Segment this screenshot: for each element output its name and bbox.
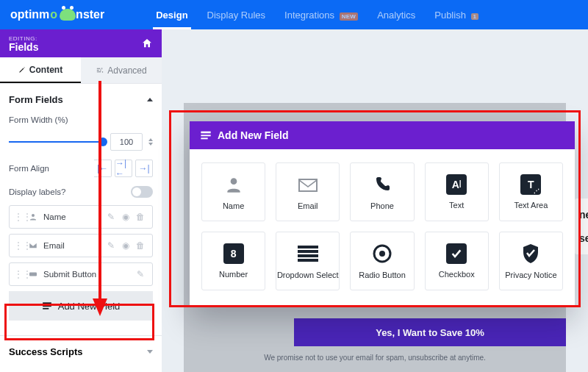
chevron-down-icon	[147, 350, 153, 354]
tile-label: Privacy Notice	[505, 271, 556, 279]
number-icon: 8	[223, 243, 244, 264]
canvas-area: Yes, I Want to Save 10% We promise not t…	[162, 29, 588, 372]
svg-point-0	[32, 214, 35, 217]
person-icon	[29, 212, 39, 221]
form-icon	[200, 130, 212, 140]
edit-icon[interactable]: ✎	[133, 269, 148, 279]
preview-promise-text: We promise not to use your email for spa…	[162, 354, 588, 362]
field-row-label: Email	[43, 241, 65, 250]
add-new-field-button[interactable]: Add New Field	[9, 291, 153, 321]
shield-icon	[520, 243, 542, 265]
nav-display-rules[interactable]: Display Rules	[207, 10, 265, 21]
svg-rect-7	[201, 137, 207, 139]
section-success-scripts[interactable]: Success Scripts	[0, 335, 162, 368]
svg-point-14	[379, 251, 385, 257]
tile-checkbox[interactable]: Checkbox	[425, 232, 489, 290]
add-new-field-label: Add New Field	[58, 301, 121, 312]
badge-new: NEW	[340, 12, 359, 21]
row-form-align: Form Align |← →|← →|	[9, 155, 153, 182]
tab-advanced[interactable]: Advanced	[81, 57, 162, 83]
svg-rect-1	[29, 273, 37, 276]
form-width-label: Form Width (%)	[9, 115, 68, 124]
edit-icon[interactable]: ✎	[104, 240, 118, 251]
tile-label: Text	[449, 201, 464, 210]
svg-rect-11	[298, 254, 318, 257]
width-slider[interactable]	[9, 141, 104, 143]
field-row-submit[interactable]: ⋮⋮ Submit Button ✎	[9, 262, 153, 286]
nav-analytics[interactable]: Analytics	[377, 10, 415, 21]
svg-rect-3	[43, 305, 51, 307]
success-scripts-label: Success Scripts	[9, 346, 82, 357]
nav-publish[interactable]: Publish 1	[434, 10, 478, 21]
phone-icon	[371, 174, 393, 196]
tile-name[interactable]: Name	[201, 162, 265, 221]
brand-logo[interactable]: optinmonster	[10, 8, 104, 21]
width-number-input[interactable]: 100	[110, 133, 143, 151]
tab-content[interactable]: Content	[0, 57, 81, 83]
tile-radio[interactable]: Radio Button	[350, 232, 414, 290]
tile-dropdown[interactable]: Dropdown Select	[276, 232, 340, 290]
svg-rect-9	[298, 246, 318, 248]
align-right-button[interactable]: →|	[135, 160, 153, 177]
field-list: ⋮⋮ Name ✎ ◉ 🗑 ⋮⋮ Email ✎ ◉ 🗑 ⋮⋮ Submi	[9, 205, 153, 286]
field-picker-popover: Add New Field Name Email Phone A|	[190, 121, 575, 307]
delete-icon[interactable]: 🗑	[133, 212, 148, 222]
nav-publish-label: Publish	[434, 10, 466, 21]
chevron-up-icon	[147, 98, 153, 101]
section-heading[interactable]: Form Fields	[9, 91, 153, 111]
tile-privacy[interactable]: Privacy Notice	[499, 232, 563, 290]
radio-icon	[371, 243, 393, 265]
tab-advanced-label: Advanced	[107, 65, 146, 76]
editing-label: EDITING:	[9, 35, 38, 42]
panel-form-fields: Form Fields Form Width (%) 100 Form Alig…	[0, 84, 162, 328]
tile-label: Radio Button	[359, 271, 406, 279]
preview-cta-button[interactable]: Yes, I Want to Save 10%	[294, 318, 566, 346]
nav-tabs: Design Display Rules Integrations NEW An…	[156, 10, 478, 21]
field-row-email[interactable]: ⋮⋮ Email ✎ ◉ 🗑	[9, 234, 153, 257]
section-heading-label: Form Fields	[9, 94, 63, 105]
tile-email[interactable]: Email	[276, 162, 340, 221]
sidebar: EDITING: Fields Content Advanced Form Fi…	[0, 29, 162, 372]
form-align-label: Form Align	[9, 164, 49, 173]
svg-rect-10	[298, 250, 318, 253]
nav-design[interactable]: Design	[156, 10, 187, 21]
home-icon[interactable]	[141, 37, 153, 49]
field-picker-title: Add New Field	[218, 129, 288, 141]
edit-icon[interactable]: ✎	[104, 212, 118, 222]
drag-handle-icon[interactable]: ⋮⋮	[14, 269, 24, 279]
row-display-labels: Display labels?	[9, 182, 153, 202]
textarea-icon: T⋰	[520, 174, 541, 195]
align-left-button[interactable]: |←	[94, 160, 112, 177]
eye-icon[interactable]: ◉	[118, 240, 133, 251]
sliders-icon	[96, 66, 104, 74]
stepper-up-icon[interactable]	[148, 138, 153, 141]
tile-text[interactable]: A| Text	[425, 162, 489, 221]
tile-textarea[interactable]: T⋰ Text Area	[499, 162, 563, 221]
nav-integrations[interactable]: Integrations NEW	[284, 10, 358, 21]
svg-rect-12	[298, 259, 318, 262]
eye-icon[interactable]: ◉	[118, 212, 133, 222]
field-row-label: Submit Button	[43, 270, 96, 279]
row-form-width: Form Width (%)	[9, 111, 153, 129]
field-picker-grid: Name Email Phone A| Text T⋰ Text Area	[201, 162, 563, 290]
tile-phone[interactable]: Phone	[350, 162, 414, 221]
tile-label: Checkbox	[439, 270, 475, 279]
svg-point-8	[230, 178, 237, 185]
drag-handle-icon[interactable]: ⋮⋮	[14, 212, 24, 222]
top-nav: optinmonster Design Display Rules Integr…	[0, 0, 588, 29]
field-row-label: Name	[43, 212, 66, 221]
tile-number[interactable]: 8 Number	[201, 232, 265, 290]
display-labels-toggle[interactable]	[131, 186, 153, 198]
align-center-button[interactable]: →|←	[115, 160, 132, 177]
drag-handle-icon[interactable]: ⋮⋮	[14, 240, 24, 251]
field-row-name[interactable]: ⋮⋮ Name ✎ ◉ 🗑	[9, 205, 153, 229]
svg-rect-5	[201, 132, 210, 134]
dropdown-icon	[297, 243, 319, 265]
editing-title: Fields	[9, 42, 38, 52]
tile-label: Email	[298, 201, 318, 210]
form-icon	[42, 301, 52, 310]
text-icon: A|	[446, 174, 467, 195]
stepper-down-icon[interactable]	[148, 143, 153, 146]
editing-bar: EDITING: Fields	[0, 29, 162, 57]
delete-icon[interactable]: 🗑	[133, 240, 148, 251]
